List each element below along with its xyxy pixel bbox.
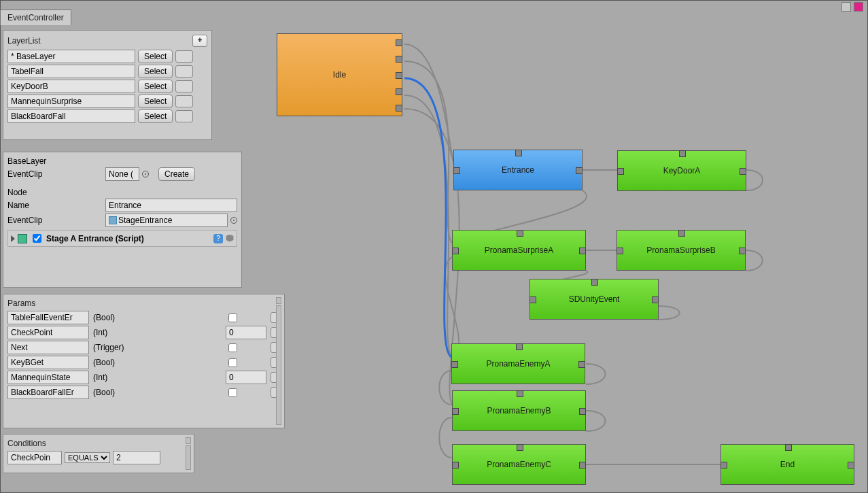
component-enabled-toggle[interactable] <box>33 234 41 243</box>
graph-node-enemyB[interactable]: PronamaEnemyB <box>452 390 586 431</box>
dock-icon[interactable] <box>841 2 851 12</box>
graph-node-sdunity[interactable]: SDUnityEvent <box>530 279 659 320</box>
node-port[interactable] <box>652 296 659 303</box>
node-port[interactable] <box>452 462 459 469</box>
node-port[interactable] <box>530 296 536 303</box>
component-title: Stage A Entrance (Script) <box>46 234 211 243</box>
node-port[interactable] <box>396 56 402 63</box>
window-controls <box>841 2 863 12</box>
param-value-checkbox[interactable] <box>228 313 237 322</box>
node-port[interactable] <box>452 248 459 254</box>
graph-node-pronamaB[interactable]: PronamaSurpriseB <box>617 230 746 271</box>
param-name[interactable]: MannequinState <box>7 371 89 384</box>
component-header[interactable]: Stage A Entrance (Script) ? <box>7 230 237 247</box>
node-port[interactable] <box>396 39 402 46</box>
eventclip2-field[interactable]: StageEntrance <box>105 214 228 227</box>
gear-icon[interactable] <box>226 235 234 243</box>
cond-scroll-track[interactable] <box>186 445 191 470</box>
node-port[interactable] <box>451 361 458 368</box>
graph-node-end[interactable]: End <box>721 444 854 485</box>
select-layer-button[interactable]: Select <box>138 109 173 123</box>
layer-name-field[interactable]: * BaseLayer <box>7 50 135 63</box>
graph-node-enemyC[interactable]: PronamaEnemyC <box>452 444 586 485</box>
graph-node-entrance[interactable]: Entrance <box>453 150 583 190</box>
select-layer-button[interactable]: Select <box>138 50 173 63</box>
scroll-thumb-icon[interactable] <box>276 297 281 304</box>
object-picker-icon[interactable] <box>142 171 149 177</box>
layer-list-panel: LayerList + * BaseLayerSelectTabelFallSe… <box>3 30 212 140</box>
name-field[interactable]: Entrance <box>105 199 237 212</box>
param-row: TableFallEventEr(Bool) <box>7 311 280 324</box>
param-value-checkbox[interactable] <box>228 343 237 352</box>
node-port[interactable] <box>721 462 727 469</box>
layer-name-field[interactable]: KeyDoorB <box>7 80 135 93</box>
node-port[interactable] <box>576 167 583 174</box>
graph-node-pronamaA[interactable]: PronamaSurpriseA <box>452 230 586 271</box>
expand-icon[interactable] <box>11 235 15 242</box>
node-port[interactable] <box>679 150 686 157</box>
node-port[interactable] <box>579 408 586 415</box>
layer-extra-button[interactable] <box>175 80 193 92</box>
eventclip-field[interactable]: None ( <box>105 167 139 181</box>
condition-param[interactable]: CheckPoin <box>7 451 62 464</box>
param-value-checkbox[interactable] <box>228 388 237 397</box>
node-port[interactable] <box>740 168 746 175</box>
object-icon <box>109 216 117 224</box>
node-port[interactable] <box>452 408 459 415</box>
help-icon[interactable]: ? <box>213 234 223 243</box>
window-tab[interactable]: EventController <box>0 10 71 25</box>
node-label: End <box>780 460 795 469</box>
node-port[interactable] <box>515 150 522 156</box>
param-name[interactable]: TableFallEventEr <box>7 311 89 324</box>
graph-node-idle[interactable]: Idle <box>277 33 402 116</box>
param-name[interactable]: Next <box>7 341 89 354</box>
param-value-checkbox[interactable] <box>228 358 237 367</box>
layer-name-field[interactable]: TabelFall <box>7 65 135 78</box>
layer-extra-button[interactable] <box>175 95 193 107</box>
param-value-input[interactable] <box>226 326 266 339</box>
node-port[interactable] <box>578 361 585 368</box>
node-port[interactable] <box>617 248 623 254</box>
condition-operator[interactable]: EQUALS <box>65 452 110 463</box>
node-port[interactable] <box>785 444 792 451</box>
condition-value[interactable]: 2 <box>113 451 160 464</box>
layer-name-field[interactable]: BlackBoardFall <box>7 109 135 123</box>
select-layer-button[interactable]: Select <box>138 65 173 78</box>
node-port[interactable] <box>396 105 402 112</box>
node-label: Idle <box>333 70 346 80</box>
node-port[interactable] <box>579 248 586 254</box>
node-port[interactable] <box>678 230 685 237</box>
param-name[interactable]: KeyBGet <box>7 356 89 369</box>
node-port[interactable] <box>739 248 746 254</box>
graph-node-keydoora[interactable]: KeyDoorA <box>617 150 746 191</box>
param-name[interactable]: CheckPoint <box>7 326 89 339</box>
node-port[interactable] <box>517 444 523 451</box>
close-icon[interactable] <box>854 2 863 12</box>
node-port[interactable] <box>617 168 624 175</box>
select-layer-button[interactable]: Select <box>138 95 173 108</box>
param-name[interactable]: BlackBoardFallEr <box>7 386 89 399</box>
node-port[interactable] <box>453 167 460 174</box>
graph-node-enemyA[interactable]: PronamaEnemyA <box>451 343 585 384</box>
node-port[interactable] <box>517 390 523 397</box>
layer-name-field[interactable]: MannequinSurprise <box>7 95 135 108</box>
node-port[interactable] <box>396 88 402 95</box>
scroll-track[interactable] <box>276 305 281 425</box>
node-label: PronamaSurpriseB <box>646 245 715 255</box>
node-port[interactable] <box>579 462 586 469</box>
create-button[interactable]: Create <box>158 167 195 181</box>
node-port[interactable] <box>517 230 523 237</box>
node-port[interactable] <box>848 462 854 469</box>
node-port[interactable] <box>591 279 598 286</box>
layer-extra-button[interactable] <box>175 50 193 63</box>
add-layer-button[interactable]: + <box>192 35 207 47</box>
select-layer-button[interactable]: Select <box>138 80 173 93</box>
layer-rows: * BaseLayerSelectTabelFallSelectKeyDoorB… <box>7 50 207 123</box>
cond-scroll-thumb-icon[interactable] <box>186 437 191 444</box>
object-picker2-icon[interactable] <box>230 217 237 224</box>
node-port[interactable] <box>516 343 523 350</box>
layer-extra-button[interactable] <box>175 65 193 78</box>
param-value-input[interactable] <box>226 371 266 384</box>
layer-extra-button[interactable] <box>175 110 193 122</box>
node-port[interactable] <box>396 72 402 79</box>
